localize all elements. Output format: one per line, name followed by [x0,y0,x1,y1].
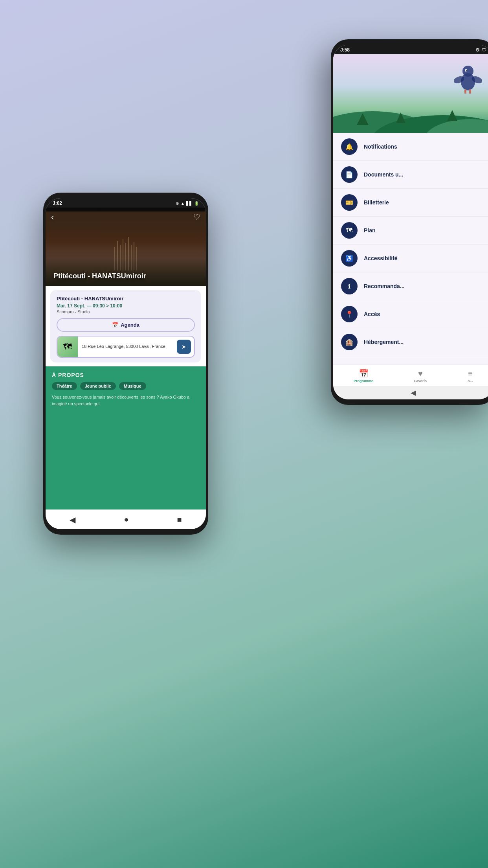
menu-item-plan[interactable]: 🗺 Plan [333,217,488,245]
accessibilite-label: Accessibilité [364,255,398,261]
back-nav-button[interactable]: ◀ [67,513,78,527]
billetterie-label: Billetterie [364,199,389,206]
map-icon: 🗺 [63,342,72,352]
menu-item-billetterie[interactable]: 🎫 Billetterie [333,189,488,217]
recommandations-icon: ℹ [341,278,358,294]
tags-container: Théâtre Jeune public Musique [52,382,200,390]
event-date: Mar. 17 Sept. — 09:30 > 10:00 [57,303,195,309]
bottom-tabs-right: 📅 Programme ♥ Favoris ≡ A... [333,364,488,386]
tag-theatre[interactable]: Théâtre [52,382,77,390]
phone-right: J:58 ⚙ 🛡 [331,39,488,405]
menu-item-hebergement[interactable]: 🏨 Hébergement... [333,328,488,356]
location-row: 🗺 18 Rue Léo Lagrange, 53000 Laval, Fran… [57,336,195,358]
settings-icon-right: ⚙ [475,47,480,53]
back-nav-right[interactable]: ◀ [411,388,416,397]
favorite-button[interactable]: ♡ [193,212,200,222]
plan-label: Plan [364,227,376,234]
a-propos-title: À PROPOS [52,372,200,378]
location-address: 18 Rue Léo Lagrange, 53000 Laval, France [78,341,177,352]
autre-tab-icon: ≡ [468,369,473,378]
event-info-card: Ptitécouti - HANATSUmiroir Mar. 17 Sept.… [50,290,201,362]
home-nav-button[interactable]: ● [121,513,131,526]
right-hero [333,54,488,133]
recents-nav-button[interactable]: ■ [174,513,184,526]
event-title: Ptitécouti - HANATSUmiroir [57,296,195,302]
menu-item-notifications[interactable]: 🔔 Notifications [333,133,488,161]
programme-tab-icon: 📅 [359,369,369,378]
menu-item-accessibilite[interactable]: ♿ Accessibilité [333,245,488,272]
right-menu: 🔔 Notifications 📄 Documents u... 🎫 Bille… [333,133,488,364]
menu-item-acces[interactable]: 📍 Accès [333,300,488,328]
map-thumbnail: 🗺 [57,337,78,357]
hebergement-icon: 🏨 [341,334,358,350]
svg-point-1 [462,66,473,77]
event-venue: Scomam - Studio [57,309,195,314]
agenda-button[interactable]: 📅 Agenda [57,318,195,332]
signal-icon: ▋▋ [186,201,193,206]
tab-programme[interactable]: 📅 Programme [350,367,376,384]
documents-icon: 📄 [341,166,358,183]
accessibilite-icon: ♿ [341,250,358,267]
plan-icon: 🗺 [341,222,358,239]
bottom-nav-left: ◀ ● ■ [46,509,206,529]
favoris-tab-label: Favoris [414,379,427,383]
favoris-tab-icon: ♥ [418,369,423,378]
menu-item-documents[interactable]: 📄 Documents u... [333,161,488,189]
acces-label: Accès [364,311,380,317]
shield-icon-right: 🛡 [482,47,486,53]
status-icons-left: ⚙ ▲ ▋▋ 🔋 [176,201,199,206]
documents-label: Documents u... [364,171,403,178]
time-right: J:58 [340,47,350,53]
tab-favoris[interactable]: ♥ Favoris [411,368,430,384]
hebergement-label: Hébergement... [364,339,404,345]
svg-rect-5 [469,89,471,94]
status-bar-right: J:58 ⚙ 🛡 [333,45,488,54]
agenda-button-label: Agenda [121,322,139,328]
status-bar-left: J:02 ⚙ ▲ ▋▋ 🔋 [46,198,206,208]
hero-illustration [454,60,482,94]
settings-icon: ⚙ [176,201,179,206]
bottom-nav-right: ◀ [333,386,488,399]
svg-point-7 [466,70,467,72]
calendar-icon: 📅 [112,322,118,328]
battery-icon: 🔋 [194,201,199,206]
description-text: Vous souvenez-vous jamais avoir découver… [52,394,200,407]
notifications-label: Notifications [364,143,397,150]
time-left: J:02 [53,200,62,206]
recommandations-label: Recommanda... [364,283,404,289]
tag-jeune-public[interactable]: Jeune public [80,382,116,390]
tag-musique[interactable]: Musique [119,382,146,390]
navigate-button[interactable]: ➤ [177,340,191,354]
autre-tab-label: A... [468,379,473,383]
programme-tab-label: Programme [354,379,373,383]
svg-rect-4 [464,89,466,94]
hero-gradient-overlay [46,251,206,286]
acces-icon: 📍 [341,306,358,322]
a-propos-section: À PROPOS Théâtre Jeune public Musique Vo… [46,366,206,509]
notifications-icon: 🔔 [341,138,358,155]
wifi-icon: ▲ [181,201,185,206]
hero-image: Ptitécouti - HANATSUmiroir ‹ ♡ [46,208,206,286]
billetterie-icon: 🎫 [341,194,358,211]
hero-title: Ptitécouti - HANATSUmiroir [53,272,178,281]
tab-autre[interactable]: ≡ A... [464,368,476,384]
back-button[interactable]: ‹ [51,212,54,223]
phone-left: J:02 ⚙ ▲ ▋▋ 🔋 [43,193,208,535]
menu-item-recommandations[interactable]: ℹ Recommanda... [333,272,488,300]
